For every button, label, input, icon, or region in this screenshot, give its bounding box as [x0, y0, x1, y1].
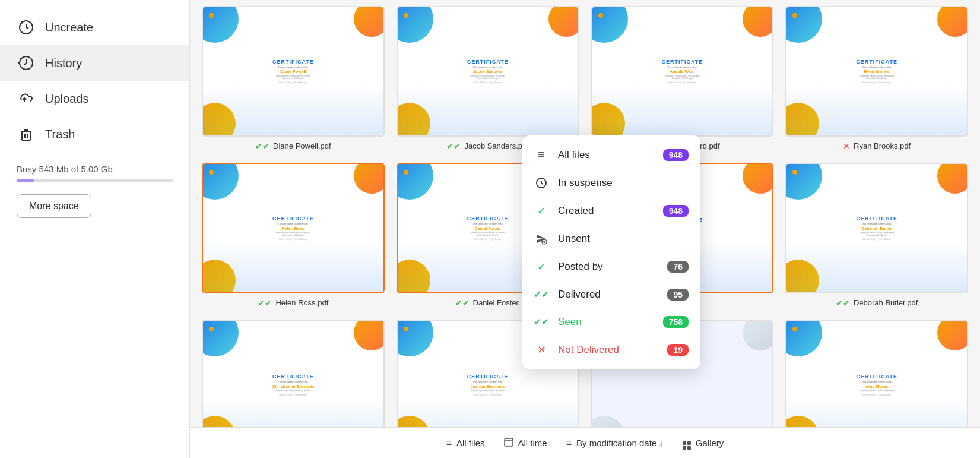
storage-text: Busy 543 Mb of 5.00 Gb [17, 164, 173, 174]
sidebar-item-trash[interactable]: Trash [0, 116, 189, 152]
filter-icon: ≡ [534, 148, 548, 162]
cert-thumbnail: CERTIFICATE This certificate confirms th… [397, 6, 579, 137]
dropdown-label-not-delivered: Not Delivered [558, 344, 658, 356]
file-name-row: ✔✔ Helen Ross.pdf [258, 298, 328, 308]
delivered-dbl-check-icon: ✔✔ [534, 289, 548, 300]
storage-section: Busy 543 Mb of 5.00 Gb [17, 164, 173, 182]
more-space-button[interactable]: More space [17, 194, 91, 218]
sidebar-item-uncreate[interactable]: Uncreate [0, 10, 189, 45]
storage-fill [17, 179, 34, 182]
file-name-row: ✕ Ryan Brooks.pdf [843, 141, 911, 151]
dbl-check-icon: ✔✔ [836, 298, 850, 308]
sort-by-modification-btn[interactable]: ≡ By modification date ↓ [566, 438, 664, 448]
sort-icon: ≡ [566, 438, 572, 448]
badge-created: 948 [663, 205, 689, 217]
suspense-icon [534, 177, 548, 189]
sidebar-item-history[interactable]: History [0, 45, 189, 81]
sidebar-item-uploads[interactable]: Uploads [0, 81, 189, 116]
uploads-icon [17, 89, 36, 108]
history-icon [17, 53, 36, 72]
file-name-row: ✔✔ Jacob Sanders.pdf [446, 141, 528, 151]
dropdown-label-posted-by: Posted by [558, 261, 658, 273]
badge-posted-by: 76 [667, 261, 689, 273]
file-card-jacob-sanders[interactable]: CERTIFICATE This certificate confirms th… [397, 6, 579, 151]
file-name: Jacob Sanders.pdf [464, 141, 528, 150]
dropdown-label-created: Created [558, 205, 654, 217]
dropdown-label-delivered: Delivered [558, 289, 658, 301]
dropdown-item-unsent[interactable]: Unsent [522, 225, 700, 252]
file-card-deborah-butler[interactable]: CERTIFICATE This certificate confirms th… [785, 163, 968, 308]
dropdown-item-not-delivered[interactable]: ✕ Not Delivered 19 [522, 336, 700, 364]
dbl-check-icon: ✔✔ [455, 298, 470, 308]
file-name: Helen Ross.pdf [275, 298, 328, 307]
dropdown-item-posted-by[interactable]: ✓ Posted by 76 [522, 252, 700, 281]
gallery-view-btn[interactable]: Gallery [683, 437, 724, 450]
uncreate-icon [17, 18, 36, 37]
svg-rect-5 [505, 438, 513, 446]
file-card-christopher[interactable]: CERTIFICATE This certificate confirms th… [202, 320, 385, 427]
dropdown-item-delivered[interactable]: ✔✔ Delivered 95 [522, 281, 700, 308]
cert-thumbnail: CERTIFICATE This certificate confirms th… [202, 320, 385, 427]
dropdown-item-seen[interactable]: ✔✔ Seen 758 [522, 308, 700, 336]
bottom-modification-label: By modification date ↓ [576, 438, 664, 448]
file-name-row: ✔✔ Diane Powell.pdf [255, 141, 331, 151]
dropdown-item-in-suspense[interactable]: In suspense [522, 169, 700, 197]
dropdown-label-unsent: Unsent [558, 233, 689, 245]
created-check-icon: ✓ [534, 204, 548, 217]
sidebar: Uncreate History Uploads [0, 0, 190, 458]
cert-thumbnail: CERTIFICATE This certificate confirms th… [785, 163, 968, 293]
calendar-icon [504, 437, 513, 449]
sidebar-item-uploads-label: Uploads [45, 92, 88, 106]
file-name: Ryan Brooks.pdf [854, 141, 911, 150]
file-card-diane-powell[interactable]: CERTIFICATE This certificate confirms th… [202, 6, 385, 151]
cert-thumbnail: CERTIFICATE This certificate confirms th… [202, 6, 385, 137]
sidebar-item-uncreate-label: Uncreate [45, 21, 93, 34]
sidebar-item-history-label: History [45, 56, 82, 70]
cert-thumbnail: CERTIFICATE This certificate confirms th… [591, 6, 774, 137]
sidebar-item-trash-label: Trash [45, 128, 75, 141]
dropdown-item-created[interactable]: ✓ Created 948 [522, 197, 700, 225]
dbl-check-icon: ✔✔ [258, 298, 272, 308]
main-content: CERTIFICATE This certificate confirms th… [190, 0, 980, 458]
file-name: Deborah Butler.pdf [854, 298, 918, 307]
dbl-check-icon: ✔✔ [255, 141, 269, 151]
storage-bar [17, 179, 173, 182]
badge-delivered: 95 [667, 289, 689, 301]
filter-dropdown: ≡ All files 948 In suspense ✓ Created 94… [522, 135, 700, 369]
file-name: Diane Powell.pdf [273, 141, 331, 150]
dbl-check-icon: ✔✔ [446, 141, 461, 151]
seen-dbl-check-icon: ✔✔ [534, 317, 548, 327]
cross-icon: ✕ [843, 141, 850, 151]
filter-all-files-btn[interactable]: ≡ All files [446, 438, 485, 448]
trash-icon [17, 125, 36, 144]
unsent-icon [534, 233, 548, 245]
bottom-all-files-label: All files [456, 438, 485, 448]
file-name-row: ✔✔ Deborah Butler.pdf [836, 298, 918, 308]
file-card-helen-ross[interactable]: CERTIFICATE This certificate confirms th… [202, 163, 385, 308]
file-card-amy-flores[interactable]: CERTIFICATE This certificate confirms th… [785, 320, 968, 427]
posted-check-icon: ✓ [534, 260, 548, 273]
badge-seen: 758 [663, 316, 689, 328]
file-name: Daniel Foster. [473, 298, 521, 307]
not-delivered-cross-icon: ✕ [534, 343, 548, 356]
dropdown-label-seen: Seen [558, 316, 654, 328]
bottom-toolbar: ≡ All files All time ≡ By modification d… [190, 427, 980, 458]
svg-rect-2 [22, 132, 30, 140]
badge-not-delivered: 19 [667, 344, 689, 356]
cert-thumbnail: CERTIFICATE This certificate confirms th… [785, 6, 968, 137]
file-card-angela-ward[interactable]: CERTIFICATE This certificate confirms th… [591, 6, 774, 151]
file-card-ryan-brooks[interactable]: CERTIFICATE This certificate confirms th… [785, 6, 968, 151]
cert-thumbnail: CERTIFICATE This certificate confirms th… [785, 320, 968, 427]
dropdown-item-all-files[interactable]: ≡ All files 948 [522, 140, 700, 169]
dropdown-label-all-files: All files [558, 149, 654, 161]
bottom-gallery-label: Gallery [696, 438, 724, 448]
grid-icon [683, 437, 691, 450]
file-name-row: ✔✔ Daniel Foster. [455, 298, 521, 308]
badge-all-files: 948 [663, 149, 689, 161]
bottom-all-time-label: All time [518, 438, 547, 448]
cert-thumbnail: CERTIFICATE This certificate confirms th… [202, 163, 385, 293]
filter-all-time-btn[interactable]: All time [504, 437, 547, 449]
dropdown-label-in-suspense: In suspense [558, 177, 689, 189]
filter-lines-icon: ≡ [446, 438, 452, 448]
